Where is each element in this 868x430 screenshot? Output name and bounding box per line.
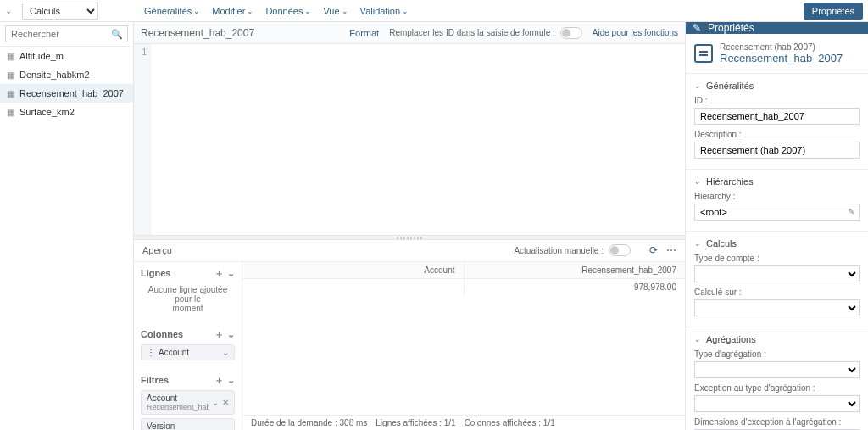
desc-field[interactable]: [694, 142, 860, 159]
aggr-exc-label: Exception au type d'agrégation :: [694, 383, 860, 393]
lines-empty-text: Aucune ligne ajoutée pour lemoment: [141, 283, 235, 318]
formula-editor[interactable]: [151, 44, 685, 235]
chevron-down-icon[interactable]: ⌄: [5, 6, 17, 15]
aggr-type-select[interactable]: [694, 361, 860, 378]
dim-item-recensement[interactable]: ▦Recensement_hab_2007: [0, 84, 133, 103]
more-icon[interactable]: ⋯: [666, 244, 676, 256]
filter-pill-version[interactable]: Version public.Actual ⌄: [141, 418, 235, 431]
status-bar: Durée de la demande : 308 ms Lignes affi…: [242, 415, 685, 430]
prop-subtitle: Recensement (hab 2007): [720, 42, 843, 52]
replace-id-label: Remplacer les ID dans la saisie de formu…: [389, 28, 555, 37]
lines-header: Lignes ＋⌄: [141, 267, 235, 280]
properties-panel-header: ✎ Propriétés: [686, 22, 868, 34]
grid-icon: ▦: [7, 89, 14, 98]
menu-general[interactable]: Généralités⌄: [144, 6, 200, 16]
section-general[interactable]: ⌄Généralités: [694, 81, 860, 91]
preview-title: Aperçu: [142, 245, 514, 255]
grid-header: Account Recensement_hab_2007: [242, 262, 685, 279]
columns-header: Colonnes ＋⌄: [141, 328, 235, 341]
aggr-exc-select[interactable]: [694, 395, 860, 412]
hierarchy-label: Hierarchy :: [694, 192, 860, 201]
format-link[interactable]: Format: [349, 28, 379, 38]
menu-edit[interactable]: Modifier⌄: [212, 6, 253, 16]
chevron-down-icon[interactable]: ⌄: [227, 329, 235, 339]
splitter-handle[interactable]: [134, 235, 685, 240]
chevron-down-icon: ⌄: [694, 177, 701, 186]
chevron-down-icon: ⌄: [247, 7, 253, 15]
column-pill-account[interactable]: ⋮ Account ⌄: [141, 344, 235, 360]
sidebar: 🔍 ▦Altitude_m ▦Densite_habkm2 ▦Recenseme…: [0, 22, 134, 430]
add-filter-icon[interactable]: ＋: [214, 375, 224, 385]
menu-data[interactable]: Données⌄: [265, 6, 311, 16]
grid-icon: ▦: [7, 108, 14, 117]
desc-label: Description :: [694, 130, 860, 139]
refresh-icon[interactable]: ⟳: [649, 244, 658, 256]
filter-pill-account[interactable]: Account Recensement_hab_2007 ⌄ ✕: [141, 390, 235, 415]
chevron-down-icon: ⌄: [193, 7, 200, 15]
chevron-down-icon: ⌄: [342, 7, 348, 15]
filter-icon[interactable]: ⌄: [222, 348, 229, 357]
section-calcs[interactable]: ⌄Calculs: [694, 238, 860, 249]
filters-header: Filtres ＋⌄: [141, 374, 235, 387]
filter-icon[interactable]: ⌄: [212, 398, 219, 407]
grip-icon: ⋮: [147, 348, 155, 357]
section-hierarchies[interactable]: ⌄Hiérarchies: [694, 176, 860, 187]
aggr-type-label: Type d'agrégation :: [694, 349, 860, 359]
prop-title: Recensement_hab_2007: [720, 52, 843, 64]
calc-on-label: Calculé sur :: [694, 288, 860, 297]
account-type-label: Type de compte :: [694, 254, 860, 263]
manual-refresh-toggle[interactable]: [609, 244, 631, 256]
wand-icon: ✎: [693, 22, 701, 34]
line-gutter: 1: [134, 44, 151, 235]
functions-help-link[interactable]: Aide pour les fonctions: [593, 28, 678, 37]
chevron-down-icon: ⌄: [304, 7, 311, 15]
chevron-down-icon[interactable]: ⌄: [227, 375, 235, 385]
formula-title: Recensement_hab_2007: [141, 27, 254, 39]
add-column-icon[interactable]: ＋: [214, 329, 224, 339]
chevron-down-icon: ⌄: [402, 7, 409, 15]
section-aggregations[interactable]: ⌄Agrégations: [694, 334, 860, 344]
calc-on-select[interactable]: [694, 299, 860, 316]
grid-icon: ▦: [7, 52, 14, 61]
dimension-icon: [694, 44, 713, 63]
chevron-down-icon[interactable]: ⌄: [227, 268, 235, 278]
chevron-down-icon: ⌄: [694, 239, 701, 248]
account-type-select[interactable]: [694, 265, 860, 282]
chevron-down-icon: ⌄: [694, 335, 701, 343]
chevron-down-icon: ⌄: [694, 81, 701, 90]
filter-icon[interactable]: ⌄: [222, 426, 229, 431]
dim-item-surface[interactable]: ▦Surface_km2: [0, 103, 133, 121]
id-label: ID :: [694, 96, 860, 105]
replace-id-toggle[interactable]: [560, 27, 582, 39]
dim-item-densite[interactable]: ▦Densite_habkm2: [0, 65, 133, 84]
manual-refresh-label: Actualisation manuelle :: [514, 246, 604, 255]
dim-item-altitude[interactable]: ▦Altitude_m: [0, 47, 133, 65]
menu-view[interactable]: Vue⌄: [323, 6, 348, 16]
id-field[interactable]: [694, 108, 860, 125]
properties-button[interactable]: Propriétés: [804, 3, 863, 20]
aggr-dimexc-label: Dimensions d'exception à l'agrégation :: [694, 417, 860, 427]
menu-validation[interactable]: Validation⌄: [360, 6, 409, 16]
search-input[interactable]: [5, 25, 128, 42]
add-line-icon[interactable]: ＋: [214, 268, 224, 278]
grid-row: 978,978.00: [242, 279, 685, 296]
hierarchy-field[interactable]: [694, 204, 860, 221]
close-icon[interactable]: ✕: [222, 398, 229, 407]
grid-icon: ▦: [7, 70, 14, 80]
model-select[interactable]: Calculs: [22, 3, 98, 20]
